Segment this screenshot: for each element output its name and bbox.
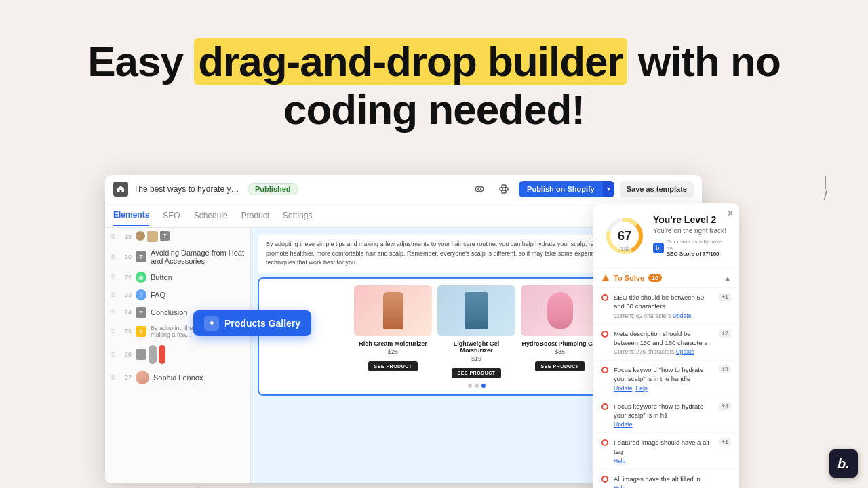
- seo-item: All images have the alt filled in Help: [593, 469, 739, 488]
- list-item: ⠿ 27 Sophia Lennox: [105, 367, 250, 388]
- avg-text: Our users usually have anSEO Score of 77…: [667, 239, 728, 257]
- dot[interactable]: [475, 384, 479, 388]
- list-item: ⠿ 20 T Avoiding Damage from Heat and Acc…: [105, 245, 250, 268]
- seo-help-link[interactable]: Help: [614, 485, 625, 488]
- seo-item: Focus keyword "how to hydrate your scalp…: [593, 360, 739, 396]
- top-bar: The best ways to hydrate your ... Publis…: [105, 175, 702, 203]
- seo-plus-score: +1: [719, 438, 731, 446]
- see-product-button[interactable]: SEE PRODUCT: [452, 368, 500, 378]
- seo-update-link[interactable]: Update: [614, 385, 632, 392]
- seo-plus-score: +3: [719, 365, 731, 373]
- seo-item-detail: Help: [614, 485, 731, 488]
- seo-plus-score: +4: [719, 402, 731, 410]
- item-icon: ?: [136, 289, 146, 300]
- seo-item-content: Meta description should be between 130 a…: [614, 329, 713, 356]
- top-bar-icons: [470, 180, 513, 199]
- level-title: You're Level 2: [653, 214, 728, 225]
- score-label: /100: [619, 246, 630, 252]
- eye-icon[interactable]: [470, 180, 489, 199]
- see-product-button[interactable]: SEE PRODUCT: [535, 361, 584, 371]
- product-price: $19: [437, 355, 515, 362]
- svg-point-1: [478, 188, 481, 190]
- seo-item-detail: Help: [614, 458, 713, 464]
- publish-button[interactable]: Publish on Shopify: [519, 181, 603, 197]
- seo-help-link[interactable]: Help: [614, 458, 625, 464]
- decorative-lines: |/: [823, 175, 827, 202]
- product-image-plumping: [521, 285, 599, 336]
- seo-plus-score: +2: [719, 329, 731, 338]
- seo-item-content: Featured image should have a alt tag Hel…: [614, 438, 713, 464]
- level-badge: b. Our users usually have anSEO Score of…: [653, 239, 728, 257]
- item-icon3: T: [160, 231, 170, 241]
- to-solve-count: 10: [648, 274, 662, 282]
- seo-update-link[interactable]: Update: [614, 421, 632, 428]
- settings-icon[interactable]: [494, 180, 513, 199]
- seo-level-section: 67 /100 You're Level 2 You're on the rig…: [593, 203, 739, 268]
- home-icon[interactable]: [113, 182, 128, 197]
- drag-handle[interactable]: ⠿: [111, 233, 115, 241]
- publish-dropdown-arrow[interactable]: ▾: [603, 181, 614, 197]
- item-icon: [136, 231, 145, 241]
- seo-item-content: SEO title should be between 50 and 60 ch…: [614, 293, 713, 319]
- seo-item-text: SEO title should be between 50 and 60 ch…: [614, 293, 713, 311]
- product-price: $25: [354, 348, 432, 355]
- drag-handle[interactable]: ⠿: [111, 253, 115, 261]
- see-product-button[interactable]: SEE PRODUCT: [368, 361, 417, 371]
- drag-handle[interactable]: ⠿: [111, 309, 115, 317]
- seo-panel: ✕ 67 /100 You're Level 2 You're on the r…: [593, 203, 739, 488]
- svg-rect-4: [500, 188, 502, 190]
- hero-line2: coding needed!: [283, 86, 585, 133]
- tab-elements[interactable]: Elements: [113, 205, 149, 226]
- seo-update-link[interactable]: Update: [673, 312, 691, 319]
- seo-update-link[interactable]: Update: [676, 348, 694, 355]
- drag-handle[interactable]: ⠿: [111, 274, 115, 281]
- seo-plus-score: +1: [719, 293, 731, 301]
- product-image-serum: [354, 285, 432, 336]
- products-gallery-callout: ✦ Products Gallery: [193, 310, 311, 336]
- item-label: Sophia Lennox: [153, 373, 245, 382]
- score-circle: 67 /100: [604, 216, 645, 256]
- tab-product[interactable]: Product: [241, 205, 269, 226]
- hero-suffix: with no: [627, 38, 781, 85]
- dot[interactable]: [468, 384, 472, 388]
- to-solve-title: To Solve 10: [601, 274, 662, 282]
- seo-status-dot: [601, 367, 608, 373]
- item-icon: T: [136, 307, 146, 318]
- list-item: ⠿ 23 ? FAQ: [105, 286, 250, 304]
- tab-settings[interactable]: Settings: [283, 205, 312, 226]
- item-icon: T: [136, 251, 146, 262]
- seo-item-detail: Update: [614, 421, 713, 428]
- seo-item-content: Focus keyword "how to hydrate your scalp…: [614, 402, 713, 428]
- seo-item-detail: Update Help: [614, 385, 713, 392]
- sidebar: ⠿ 19 T ⠿ 20 T Avoiding Damage from Heat …: [105, 228, 251, 483]
- item-label: Avoiding Damage from Heat and Accessorie…: [151, 249, 245, 265]
- drag-handle[interactable]: ⠿: [111, 328, 115, 336]
- product-price: $35: [521, 348, 599, 355]
- hero-highlight: drag-and-drop builder: [194, 38, 627, 85]
- drag-handle[interactable]: ⠿: [111, 374, 115, 382]
- item-icon: ▣: [136, 272, 146, 283]
- seo-item: Meta description should be between 130 a…: [593, 324, 739, 361]
- seo-status-dot: [601, 439, 608, 446]
- drag-handle[interactable]: ⠿: [111, 351, 115, 359]
- tab-schedule[interactable]: Schedule: [194, 205, 228, 226]
- close-icon[interactable]: ✕: [727, 209, 734, 218]
- tab-seo[interactable]: SEO: [163, 205, 180, 226]
- hero-title: Easy drag-and-drop builder with no codin…: [0, 37, 868, 134]
- avg-score: SEO Score of 77/100: [667, 251, 719, 257]
- gel-bottle: [547, 292, 573, 329]
- seo-item-text: Focus keyword "how to hydrate your scalp…: [614, 365, 713, 384]
- save-template-button[interactable]: Save as template: [620, 181, 694, 197]
- list-item: ⠿ 22 ▣ Button: [105, 268, 250, 286]
- seo-help-link[interactable]: Help: [635, 385, 647, 392]
- hero-prefix: Easy: [87, 38, 194, 85]
- drag-handle[interactable]: ⠿: [111, 291, 115, 299]
- seo-status-dot: [601, 294, 608, 301]
- to-solve-header[interactable]: To Solve 10 ▲: [593, 268, 739, 287]
- list-item: ⠿ 26: [105, 342, 250, 367]
- seo-status-dot: [601, 476, 608, 483]
- dot-active[interactable]: [481, 384, 486, 388]
- product-item: HydroBoost Plumping Gel $35 SEE PRODUCT: [521, 285, 599, 378]
- seo-item: Featured image should have a alt tag Hel…: [593, 432, 739, 469]
- item-icon: ¶: [136, 326, 146, 337]
